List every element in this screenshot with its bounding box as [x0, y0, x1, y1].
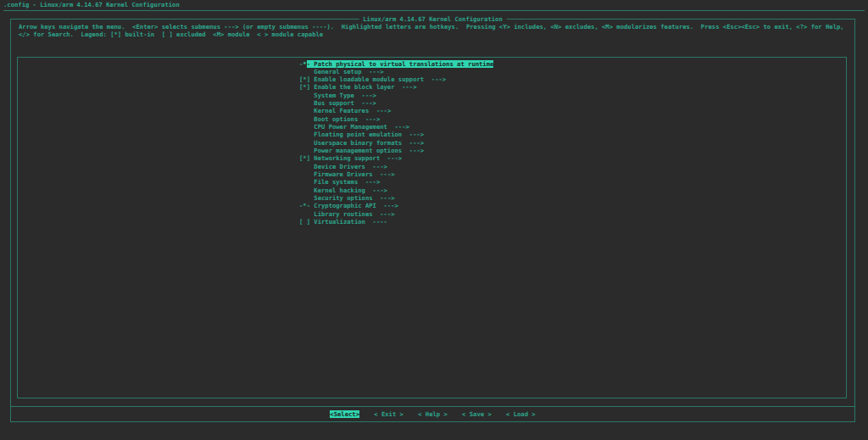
menu-item-label: Library routines	[314, 210, 372, 218]
menu-item-arrow: --->	[402, 147, 424, 154]
menu-item-label: Networking support	[314, 154, 380, 162]
menu-item[interactable]: [*]Enable loadable module support --->	[299, 75, 493, 83]
menu-item[interactable]: Firmware Drivers --->	[299, 170, 493, 178]
menu-item-arrow: --->	[358, 178, 380, 186]
menu-item-arrow: --->	[373, 194, 395, 202]
menu-item-arrow: --->	[354, 99, 376, 107]
menu-item-arrow: --->	[365, 187, 387, 194]
menu-item[interactable]: [*]Networking support --->	[299, 154, 493, 162]
menu-item-state: [*]	[299, 83, 314, 91]
menu-list: -*- Patch physical to virtual translatio…	[299, 60, 493, 226]
menu-item[interactable]: Bus support --->	[299, 99, 493, 107]
terminal-screen: { "backtitle": ".config - Linux/arm 4.14…	[0, 0, 868, 440]
menu-item[interactable]: [ ]Virtualization ----	[299, 218, 493, 226]
menu-item-arrow: --->	[402, 139, 424, 147]
load-button[interactable]: < Load >	[506, 410, 536, 418]
menu-item-arrow: --->	[358, 115, 380, 123]
menu-item[interactable]: Kernel Features --->	[299, 107, 493, 114]
backtitle-divider	[3, 10, 865, 11]
menu-item[interactable]: Floating point emulation --->	[299, 131, 493, 138]
menu-item[interactable]: Power management options --->	[299, 147, 493, 154]
menu-instructions: Arrow keys navigate the menu. <Enter> se…	[19, 23, 844, 39]
dialog-title: Linux/arm 4.14.67 Kernel Configuration	[359, 15, 506, 23]
menu-panel: -*- Patch physical to virtual translatio…	[17, 57, 847, 398]
save-button[interactable]: < Save >	[462, 410, 492, 418]
instructions-line1: Arrow keys navigate the menu. <Enter> se…	[19, 23, 844, 31]
menu-item-arrow: --->	[365, 163, 387, 170]
menu-item-label: Enable the block layer	[314, 83, 394, 91]
menu-item-arrow: --->	[424, 75, 446, 83]
menu-item-state-cursor: *	[303, 60, 306, 68]
menu-item-label: Boot options	[314, 115, 358, 123]
menu-item-state: [ ]	[299, 218, 314, 226]
menu-item[interactable]: Device Drivers --->	[299, 163, 493, 170]
menu-item-label: Bus support	[314, 99, 354, 107]
menu-item[interactable]: -*-Cryptographic API --->	[299, 202, 493, 209]
menu-item-label: Power management options	[314, 147, 402, 154]
menu-item-label: Userspace binary formats	[314, 139, 402, 147]
menu-item-arrow: --->	[369, 107, 391, 114]
menu-item-arrow: --->	[387, 123, 409, 131]
exit-button[interactable]: < Exit >	[374, 410, 403, 418]
menu-item-state: [*]	[299, 154, 314, 162]
menu-item-label: Firmware Drivers	[314, 170, 372, 178]
menu-item-arrow: --->	[402, 131, 424, 138]
menu-item-state: [*]	[299, 75, 314, 83]
menu-item-arrow: ----	[365, 218, 387, 226]
menu-item-arrow: --->	[362, 68, 384, 75]
menu-item-label: Enable loadable module support	[314, 75, 424, 83]
menu-item-label: Cryptographic API	[314, 202, 376, 209]
menu-item-state: -*-	[299, 202, 314, 209]
menu-item[interactable]: File systems --->	[299, 178, 493, 186]
menu-item[interactable]: Kernel hacking --->	[299, 187, 493, 194]
menu-item[interactable]: Library routines --->	[299, 210, 493, 218]
button-bar: <Select>< Exit >< Help >< Save >< Load >	[11, 410, 854, 418]
select-button[interactable]: <Select>	[330, 410, 359, 418]
menu-item-label: System Type	[314, 92, 354, 99]
menu-item-arrow: --->	[373, 170, 395, 178]
menu-item[interactable]: CPU Power Management --->	[299, 123, 493, 131]
menu-item-label: Security options	[314, 194, 372, 202]
menu-item-arrow: --->	[380, 154, 402, 162]
menu-item-label: General setup	[314, 68, 361, 75]
menu-item[interactable]: General setup --->	[299, 68, 493, 75]
menu-item-label: Device Drivers	[314, 163, 365, 170]
menu-item-arrow: --->	[354, 92, 376, 99]
menu-item-arrow: --->	[373, 210, 395, 218]
backtitle: .config - Linux/arm 4.14.67 Kernel Confi…	[3, 1, 180, 9]
buttons-divider	[10, 406, 855, 407]
help-button[interactable]: < Help >	[418, 410, 448, 418]
menu-item-label: Virtualization	[314, 218, 365, 226]
menu-item-label: Kernel hacking	[314, 187, 365, 194]
instructions-line2: </> for Search. Legend: [*] built-in [ ]…	[19, 31, 844, 38]
menu-item[interactable]: System Type --->	[299, 92, 493, 99]
menu-item[interactable]: Boot options --->	[299, 115, 493, 123]
menu-item-label: CPU Power Management	[314, 123, 387, 131]
menu-item-label: Kernel Features	[314, 107, 369, 114]
menu-item[interactable]: Userspace binary formats --->	[299, 139, 493, 147]
menu-item[interactable]: Security options --->	[299, 194, 493, 202]
menu-item-selected[interactable]: -*- Patch physical to virtual translatio…	[299, 60, 493, 68]
menu-item[interactable]: [*]Enable the block layer --->	[299, 83, 493, 91]
menu-item-arrow: --->	[395, 83, 417, 91]
kernel-config-dialog: Linux/arm 4.14.67 Kernel Configuration A…	[10, 19, 855, 422]
menu-item-label: - Patch physical to virtual translations…	[307, 60, 494, 68]
menu-item-label: Floating point emulation	[314, 131, 402, 138]
menu-item-arrow: --->	[376, 202, 398, 209]
menu-item-label: File systems	[314, 178, 358, 186]
